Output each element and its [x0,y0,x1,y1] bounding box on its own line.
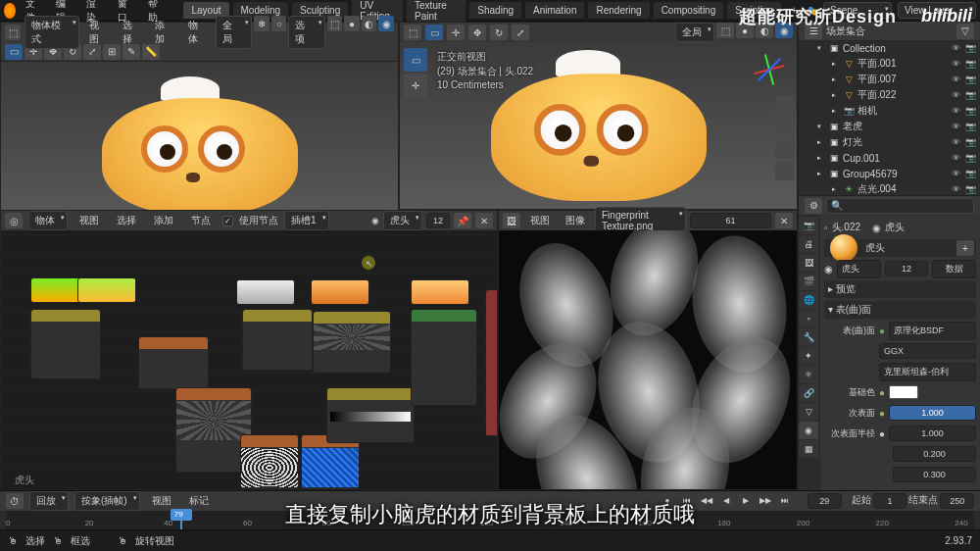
preview-section[interactable]: ▸ 预览 [824,280,976,298]
radius-value[interactable]: 0.200 [893,446,976,462]
end-frame-field[interactable]: 250 [940,493,974,509]
viewport-render-area[interactable] [1,62,398,228]
play-reverse-icon[interactable]: ◀ [717,493,735,507]
nav-gizmo[interactable] [750,50,789,89]
rotate-icon[interactable]: ↻ [490,25,508,40]
workspace-tab[interactable]: Animation [525,2,584,19]
visibility-toggle-icon[interactable]: 👁 [952,153,962,163]
color-node[interactable] [411,279,469,305]
editor-type-icon[interactable]: ◎ [5,213,23,228]
jump-end-icon[interactable]: ⏭ [776,493,794,507]
outliner-row[interactable]: ▸▽平面.022👁📷 [799,87,980,103]
visibility-toggle-icon[interactable]: 👁 [952,75,962,84]
visibility-toggle-icon[interactable]: 📷 [965,75,976,84]
distribution-field[interactable]: GGX [879,343,976,359]
camera-icon[interactable] [775,139,795,159]
shading-material-icon[interactable]: ◐ [362,16,377,31]
visibility-toggle-icon[interactable]: 📷 [965,153,976,163]
shading-wireframe-icon[interactable]: ⬚ [716,23,734,38]
ne-menu[interactable]: 添加 [148,212,179,229]
orientation-dropdown[interactable]: 全局 [675,23,714,42]
outliner-row[interactable]: ▸▽平面.007👁📷 [799,72,980,87]
scale-icon[interactable]: ⤢ [512,25,529,40]
outliner-row[interactable]: ▸▣Cup.001👁📷 [799,150,980,166]
visibility-toggle-icon[interactable]: 📷 [965,122,976,131]
outliner-row[interactable]: ▸📷相机👁📷 [799,103,980,119]
outliner-row[interactable]: ▸☀点光.004👁📷 [799,181,980,195]
visibility-toggle-icon[interactable]: 👁 [952,122,962,131]
shading-solid-icon[interactable]: ● [344,16,360,31]
prop-tab-data-icon[interactable]: ▽ [799,403,818,421]
node-editor[interactable]: ◎ 物体 视图 选择 添加 节点 使用节点 插槽1 ◉ 虎头 12 📌 ✕ [0,210,498,490]
visibility-toggle-icon[interactable]: 👁 [952,184,962,194]
prop-tab-viewlayer-icon[interactable]: 🖼 [799,254,818,272]
subsurface-value[interactable]: 1.000 [889,405,976,421]
data-button[interactable]: 数据 [932,260,976,278]
prop-tab-object-icon[interactable]: ▫ [799,310,818,327]
color-node[interactable] [311,279,369,305]
visibility-toggle-icon[interactable]: 📷 [965,184,976,194]
play-icon[interactable]: ▶ [737,493,755,507]
material-selector[interactable]: 虎头 [383,211,422,230]
visibility-toggle-icon[interactable]: 📷 [965,106,976,116]
select-tool-icon[interactable]: ▭ [404,48,427,72]
transform-icon[interactable]: ⊞ [103,44,121,60]
visibility-toggle-icon[interactable]: 👁 [952,59,962,69]
workspace-tab[interactable]: Rendering [588,2,649,19]
visibility-toggle-icon[interactable]: 📷 [965,169,976,178]
select-box-icon[interactable]: ▭ [425,25,443,40]
outliner-row[interactable]: ▾▣老虎👁📷 [799,119,980,134]
visibility-toggle-icon[interactable]: 📷 [965,90,976,100]
start-frame-field[interactable]: 1 [873,493,907,509]
fresnel-field[interactable]: 克里斯坦森-伯利 [879,363,976,381]
visibility-toggle-icon[interactable]: 👁 [952,106,962,116]
visibility-toggle-icon[interactable]: 📷 [965,59,976,69]
vp-menu[interactable]: 物体 [182,17,212,48]
radius-value[interactable]: 0.300 [893,467,976,482]
pan-icon[interactable] [775,118,795,137]
current-frame-field[interactable]: 29 [808,493,842,509]
visibility-toggle-icon[interactable]: 👁 [952,137,962,147]
outliner[interactable]: ▾▣Collection👁📷▸▽平面.001👁📷▸▽平面.007👁📷▸▽平面.0… [799,40,980,195]
add-slot-icon[interactable]: + [956,240,974,256]
prop-tab-texture-icon[interactable]: ▦ [799,440,818,458]
search-input[interactable]: 🔍 [826,198,974,214]
color-ramp-node[interactable] [77,277,136,303]
use-nodes-checkbox[interactable] [222,216,233,226]
slot-dropdown[interactable]: 插槽1 [284,211,329,230]
basecolor-swatch[interactable] [889,385,918,399]
viewport-left[interactable]: ⬚ 物体模式 视图 选择 添加 物体 全局 ❄ ○ 选项 ⬚ ● ◐ ◉ [0,22,399,210]
editor-type-icon[interactable]: 🖼 [503,213,520,228]
material-name-field[interactable]: 虎头 [837,260,881,278]
scale-icon[interactable]: ⤢ [83,44,101,60]
ne-menu[interactable]: 选择 [111,212,142,229]
editor-type-icon[interactable]: ⚙ [805,198,822,214]
iv-menu[interactable]: 视图 [524,212,556,229]
node-canvas[interactable]: ↖ [1,230,497,489]
prop-tab-material-icon[interactable]: ◉ [799,422,818,439]
zoom-icon[interactable] [775,96,795,116]
prop-tab-modifier-icon[interactable]: 🔧 [799,328,818,346]
noise-texture-node[interactable] [240,434,299,489]
prop-tab-output-icon[interactable]: 🖨 [799,235,818,253]
playback-dropdown[interactable]: 回放 [29,491,69,511]
mix-node[interactable] [313,311,391,374]
measure-icon[interactable]: 📏 [142,44,160,60]
move-icon[interactable]: ✥ [468,25,486,40]
visibility-toggle-icon[interactable]: 👁 [952,90,962,100]
outliner-row[interactable]: ▸▽平面.001👁📷 [799,56,980,72]
next-key-icon[interactable]: ▶▶ [757,493,774,507]
workspace-tab[interactable]: Shading [469,2,521,19]
keying-dropdown[interactable]: 按象(插帧) [74,491,140,511]
snap-icon[interactable]: ❄ [254,16,270,31]
bsdf-node[interactable] [411,309,477,406]
playhead[interactable]: 79 [180,511,182,529]
close-icon[interactable]: ✕ [475,213,493,228]
cursor-icon[interactable]: ✛ [447,25,465,40]
perspective-icon[interactable] [775,161,795,180]
viewport-right[interactable]: ⬚ ▭ ✛ ✥ ↻ ⤢ 全局 ⬚ ● ◐ ◉ ▭ [399,22,798,210]
prop-tab-scene-icon[interactable]: 🎬 [799,273,818,290]
visibility-toggle-icon[interactable]: 📷 [965,43,976,53]
pin-icon[interactable]: 📌 [454,213,471,228]
image-display[interactable] [499,230,797,489]
